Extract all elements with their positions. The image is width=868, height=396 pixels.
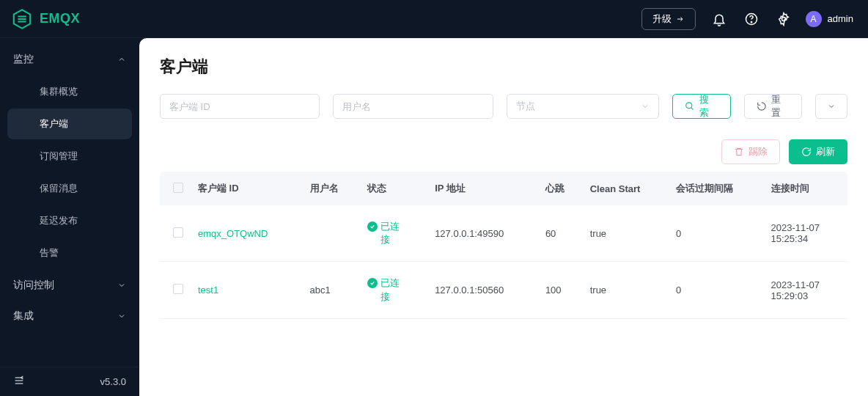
refresh-icon [801, 147, 812, 157]
cell-connected-at: 2023-11-0715:25:34 [764, 205, 847, 262]
emqx-logo-icon [12, 9, 32, 29]
menu-group-label: 集成 [13, 309, 34, 323]
brand-logo[interactable]: EMQX [12, 9, 80, 29]
clientid-link[interactable]: test1 [198, 285, 218, 296]
row-checkbox[interactable] [173, 284, 183, 294]
table-row: emqx_OTQwND 已连接 127.0.0.1:49590 60 true … [160, 205, 847, 262]
node-placeholder: 节点 [516, 100, 535, 113]
col-keepalive: 心跳 [538, 172, 583, 205]
cell-username: abc1 [303, 262, 360, 318]
cell-username [303, 205, 360, 262]
kick-button[interactable]: 踢除 [721, 139, 780, 164]
menu-group-monitor[interactable]: 监控 [0, 44, 139, 75]
menu-group-integration[interactable]: 集成 [0, 301, 139, 331]
table-row: test1 abc1 已连接 127.0.0.1:50560 100 true … [160, 262, 847, 318]
check-circle-icon [367, 221, 378, 232]
user-avatar[interactable]: A [806, 11, 822, 27]
cell-connected-at: 2023-11-0715:29:03 [764, 262, 847, 318]
trash-icon [734, 147, 744, 157]
search-icon [685, 101, 695, 111]
reset-button[interactable]: 重置 [744, 94, 803, 119]
cell-clean-start: true [583, 262, 669, 318]
upgrade-label: 升级 [652, 12, 672, 26]
sidebar-item-cluster[interactable]: 集群概览 [7, 76, 132, 107]
search-button[interactable]: 搜索 [672, 94, 731, 119]
action-bar: 踢除 刷新 [160, 139, 847, 164]
col-ip: IP 地址 [427, 172, 538, 205]
sidebar-item-clients[interactable]: 客户端 [7, 109, 132, 139]
row-checkbox[interactable] [173, 227, 183, 238]
reset-label: 重置 [771, 93, 790, 120]
col-connected-at: 连接时间 [764, 172, 847, 205]
settings-icon[interactable] [775, 10, 792, 28]
col-clean-start: Clean Start [583, 172, 669, 205]
clients-table: 客户端 ID 用户名 状态 IP 地址 心跳 Clean Start 会话过期间… [160, 172, 847, 319]
upgrade-button[interactable]: 升级 [641, 8, 696, 30]
menu-group-label: 访问控制 [13, 279, 54, 292]
chevron-down-icon [827, 102, 836, 111]
cell-clean-start: true [583, 205, 669, 262]
sidebar-item-delayed[interactable]: 延迟发布 [7, 205, 132, 236]
sidebar-item-subscriptions[interactable]: 订阅管理 [7, 141, 132, 172]
refresh-button[interactable]: 刷新 [789, 139, 847, 164]
menu-group-label: 监控 [13, 53, 34, 66]
col-clientid: 客户端 ID [191, 172, 303, 205]
svg-point-6 [751, 21, 751, 22]
sidebar-collapse-button[interactable] [13, 375, 25, 389]
refresh-label: 刷新 [816, 145, 835, 158]
menu-group-access[interactable]: 访问控制 [0, 270, 139, 301]
chevron-down-icon [117, 281, 126, 290]
filter-bar: 节点 搜索 重置 [160, 94, 847, 119]
notifications-icon[interactable] [710, 10, 728, 28]
col-username: 用户名 [303, 172, 360, 205]
app-header: EMQX 升级 A admin [0, 0, 868, 38]
cell-keepalive: 60 [538, 205, 583, 262]
chevron-down-icon [117, 312, 126, 320]
expand-filters-button[interactable] [815, 94, 847, 119]
status-badge: 已连接 [367, 276, 404, 303]
search-label: 搜索 [699, 93, 718, 120]
reset-icon [757, 101, 767, 111]
arrow-right-icon [676, 15, 685, 23]
clientid-input[interactable] [160, 94, 320, 119]
cell-expiry: 0 [669, 205, 764, 262]
col-status: 状态 [360, 172, 428, 205]
sidebar-item-alarms[interactable]: 告警 [7, 238, 132, 268]
kick-label: 踢除 [749, 145, 768, 158]
version-label: v5.3.0 [100, 376, 126, 387]
svg-line-12 [691, 108, 694, 110]
help-icon[interactable] [743, 10, 760, 28]
node-select[interactable]: 节点 [507, 94, 659, 119]
cell-expiry: 0 [669, 262, 764, 318]
page-title: 客户端 [160, 56, 847, 78]
chevron-down-icon [641, 102, 650, 111]
cell-keepalive: 100 [538, 262, 583, 318]
status-badge: 已连接 [367, 220, 404, 246]
username-label: admin [828, 13, 853, 24]
table-header-row: 客户端 ID 用户名 状态 IP 地址 心跳 Clean Start 会话过期间… [160, 172, 847, 205]
brand-name: EMQX [40, 11, 80, 26]
svg-point-11 [686, 103, 692, 109]
clientid-link[interactable]: emqx_OTQwND [198, 228, 268, 239]
cell-ip: 127.0.0.1:49590 [427, 205, 538, 262]
select-all-checkbox[interactable] [173, 183, 183, 193]
sidebar-item-retained[interactable]: 保留消息 [7, 173, 132, 204]
main-content: 客户端 节点 搜索 重置 踢除 [139, 38, 868, 396]
cell-ip: 127.0.0.1:50560 [427, 262, 538, 318]
col-expiry: 会话过期间隔 [669, 172, 764, 205]
sidebar: 监控 集群概览 客户端 订阅管理 保留消息 延迟发布 告警 访问控制 集成 v5… [0, 38, 139, 396]
check-circle-icon [367, 278, 378, 288]
chevron-up-icon [117, 55, 126, 64]
username-input[interactable] [333, 94, 493, 119]
